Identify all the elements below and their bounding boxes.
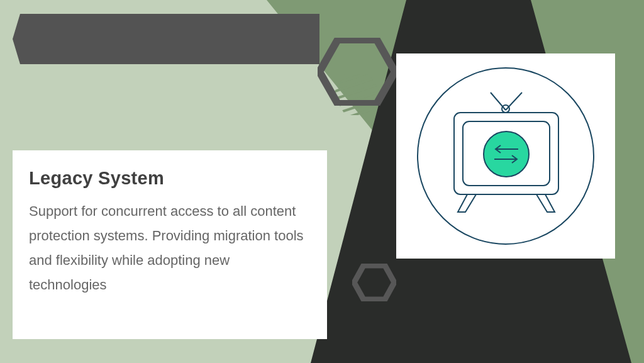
header-bar (13, 14, 319, 64)
content-card: Legacy System Support for concurrent acc… (13, 150, 327, 339)
svg-line-16 (506, 92, 522, 110)
svg-marker-12 (319, 40, 395, 104)
svg-point-17 (502, 105, 509, 113)
slide: Legacy System Support for concurrent acc… (0, 0, 644, 363)
svg-marker-13 (354, 265, 394, 299)
tv-transfer-icon (396, 53, 615, 259)
card-title: Legacy System (29, 168, 311, 189)
hexagon-outline-large-icon (318, 38, 397, 106)
svg-marker-21 (536, 194, 555, 212)
card-body: Support for concurrent access to all con… (29, 199, 311, 298)
svg-marker-20 (458, 194, 476, 212)
svg-line-15 (491, 92, 506, 110)
hero-icon-box (396, 53, 615, 259)
hexagon-outline-small-icon (352, 264, 396, 301)
svg-point-22 (484, 131, 529, 177)
